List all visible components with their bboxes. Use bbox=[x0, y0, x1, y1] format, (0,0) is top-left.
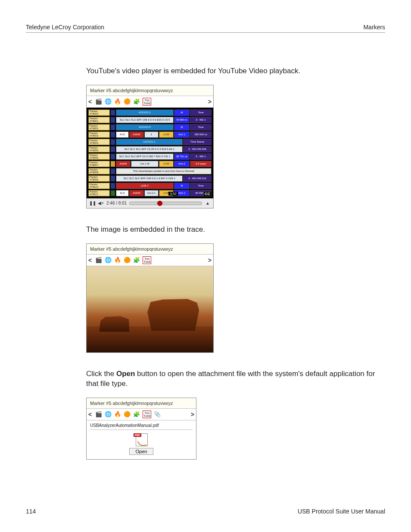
figure-image: Marker #5 abcdefghijklmnopqrstuvwxyz < 🎬… bbox=[86, 243, 214, 353]
camera-icon[interactable]: 🎬 bbox=[95, 98, 102, 105]
pdf-icon: PDF bbox=[135, 433, 147, 445]
expand-icon[interactable]: ▲ bbox=[205, 201, 211, 205]
fire-icon[interactable]: 🔥 bbox=[114, 411, 121, 418]
puzzle-icon[interactable]: 🧩 bbox=[133, 257, 140, 264]
toolbar-right-arrow[interactable]: > bbox=[207, 257, 212, 263]
globe-icon[interactable]: 🌐 bbox=[105, 411, 112, 418]
video-canvas[interactable]: Packet478000UCOCO 1MTime Packet478001SLC… bbox=[87, 108, 213, 198]
puzzle-icon[interactable]: 🧩 bbox=[133, 411, 140, 418]
trace-row: Packet478011SLSADDROut 2 1LOWHint 190 00… bbox=[88, 190, 212, 196]
toolbar-left-arrow[interactable]: < bbox=[87, 99, 93, 105]
progress-bar[interactable] bbox=[129, 202, 202, 205]
camera-icon[interactable]: 🎬 bbox=[95, 411, 102, 418]
paragraph-image: The image is embedded in the trace. bbox=[86, 225, 377, 235]
video-time-overlay: 3:52 bbox=[168, 192, 178, 196]
figure-file: Marker #5 abcdefghijklmnopqrstuvwxyz < 🎬… bbox=[86, 398, 196, 460]
orb-icon[interactable]: 🟠 bbox=[124, 98, 131, 105]
page-number: 114 bbox=[26, 508, 36, 515]
trace-row: Packet478004UCOCO 1Time Stamp bbox=[88, 139, 212, 145]
trace-row: Packet478000UCOCO 1MTime bbox=[88, 109, 212, 116]
camera-icon[interactable]: 🎬 bbox=[95, 257, 102, 264]
header-right: Markers bbox=[363, 24, 385, 31]
cc-badge[interactable]: CC bbox=[203, 191, 212, 196]
trace-row: Packet478006SLC SLC SLC EFF C0.2 G82 7 E… bbox=[88, 153, 212, 160]
toolbar: < 🎬 🌐 🔥 🟠 🧩 YouTube > bbox=[87, 96, 213, 108]
globe-icon[interactable]: 🌐 bbox=[105, 257, 112, 264]
youtube-icon[interactable]: YouTube bbox=[143, 256, 151, 264]
paragraph-open: Click the Open button to open the attach… bbox=[86, 369, 377, 389]
trace-row: Packet478002UCOCO 0MTime bbox=[88, 124, 212, 131]
paragraph-youtube: YouTube's video player is embedded for Y… bbox=[86, 66, 377, 76]
attachment-icon[interactable]: 📎 bbox=[154, 411, 161, 418]
puzzle-icon[interactable]: 🧩 bbox=[133, 98, 140, 105]
manual-title: USB Protocol Suite User Manual bbox=[298, 508, 385, 515]
marker-title: Marker #5 abcdefghijklmnopqrstuvwxyz bbox=[87, 398, 196, 408]
toolbar-right-arrow[interactable]: > bbox=[190, 411, 195, 417]
header-left: Teledyne LeCroy Corporation bbox=[26, 24, 104, 31]
trace-row: Packet478007ADDROut 1 MLOWHint 23.5 byte… bbox=[88, 161, 212, 167]
embedded-image bbox=[87, 266, 213, 352]
mute-icon[interactable]: ◀× bbox=[98, 201, 104, 205]
figure-video: Marker #5 abcdefghijklmnopqrstuvwxyz < 🎬… bbox=[86, 85, 214, 208]
trace-row: Packet478003ACKADDR1LOWHint 1290 000 ns bbox=[88, 131, 212, 138]
trace-row: Packet478010UCB CMTime bbox=[88, 183, 212, 189]
toolbar-left-arrow[interactable]: < bbox=[87, 257, 93, 263]
toolbar-right-arrow[interactable]: > bbox=[207, 99, 212, 105]
marker-title: Marker #5 abcdefghijklmnopqrstuvwxyz bbox=[87, 244, 213, 254]
video-position: 2:46 / 8:01 bbox=[106, 201, 127, 205]
fire-icon[interactable]: 🔥 bbox=[114, 98, 121, 105]
trace-row: Packet478009SLC SLC SLC EFF C46 0 D 1 6 … bbox=[88, 175, 212, 182]
player-controls: ❚❚ ◀× 2:46 / 8:01 ▲ bbox=[87, 198, 213, 208]
youtube-icon[interactable]: YouTube bbox=[143, 98, 151, 106]
trace-row: Packet478005SLC SLC SLC EFF C0 25 D 0 2 … bbox=[88, 146, 212, 152]
marker-title: Marker #5 abcdefghijklmnopqrstuvwxyz bbox=[87, 85, 213, 96]
toolbar: < 🎬 🌐 🔥 🟠 🧩 YouTube > bbox=[87, 254, 213, 266]
pause-icon[interactable]: ❚❚ bbox=[89, 201, 95, 205]
progress-handle[interactable] bbox=[157, 201, 162, 206]
orb-icon[interactable]: 🟠 bbox=[124, 411, 131, 418]
file-name: USBAnalyzerAutomationManual.pdf bbox=[90, 423, 193, 430]
trace-row: Packet478001SLC SLC SLC EFF C09 3 D 0 6 … bbox=[88, 117, 212, 123]
youtube-icon[interactable]: YouTube bbox=[143, 411, 151, 418]
globe-icon[interactable]: 🌐 bbox=[105, 98, 112, 105]
toolbar-left-arrow[interactable]: < bbox=[87, 411, 93, 417]
fire-icon[interactable]: 🔥 bbox=[114, 257, 121, 264]
orb-icon[interactable]: 🟠 bbox=[124, 257, 131, 264]
toolbar: < 🎬 🌐 🔥 🟠 🧩 YouTube 📎 > bbox=[87, 408, 196, 420]
open-button[interactable]: Open bbox=[129, 448, 154, 455]
trace-row: Packet478008This Downstream packet is se… bbox=[88, 168, 212, 174]
